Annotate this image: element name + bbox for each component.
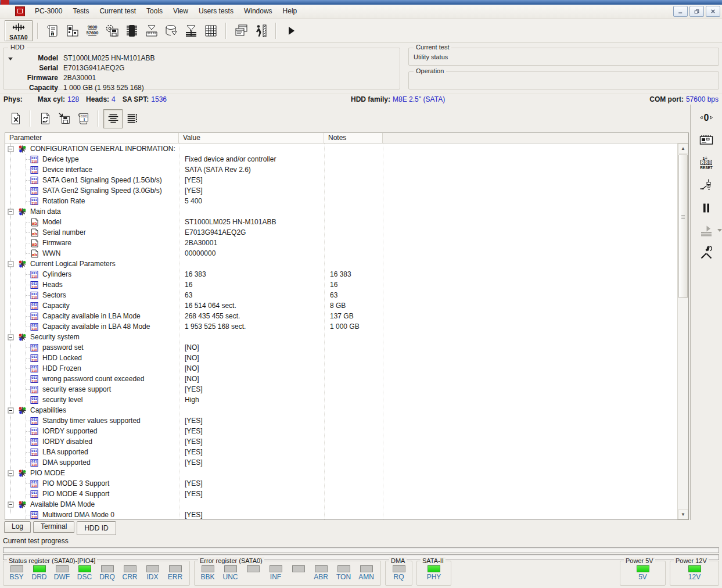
minimize-button[interactable] [673,6,688,17]
tree-item-row[interactable]: 011110SATA Gen1 Signaling Speed (1.5Gb/s… [5,175,688,185]
clear-document-button[interactable] [6,109,25,128]
tree-item-row[interactable]: 011110wrong password count exceeded[NO] [5,374,688,384]
tree-item-row[interactable]: 011110Cylinders16 38316 383 [5,269,688,279]
windows-copy-button[interactable] [231,21,251,41]
scrollbar-track[interactable] [678,153,688,510]
led-label: PHY [427,573,441,581]
database-button[interactable] [161,21,181,41]
tree-item-row[interactable]: 011110Multiword DMA Mode 0[YES] [5,510,688,519]
menu-bar: PC-3000TestsCurrent testToolsViewUsers t… [0,5,722,19]
utility-log-button[interactable]: i [43,21,63,41]
numeric-param-icon: 011110 [30,427,39,436]
sata0-port-button[interactable]: SATA0 [5,20,33,41]
refresh-document-button[interactable] [35,109,55,128]
save-data-button[interactable] [55,109,74,128]
column-header-value[interactable]: Value [179,133,324,143]
column-header-notes[interactable]: Notes [324,133,383,143]
script-info-button[interactable]: 0101i [74,109,93,128]
category-icon [18,333,27,342]
tree-item-row[interactable]: abSerial numberE7013G941AEQ2G [5,227,688,238]
vertical-scrollbar[interactable]: ▲ ▼ [677,144,688,519]
column-header-parameter[interactable]: Parameter [5,133,179,143]
scrollbar-up-button[interactable]: ▲ [678,144,688,153]
tree-item-row[interactable]: 011110Capacity16 514 064 sect.8 GB [5,300,688,311]
expand-toggle-icon[interactable] [8,334,14,340]
tree-item-row[interactable]: 011110HDD Locked[NO] [5,353,688,363]
expand-toggle-icon[interactable] [8,209,14,215]
chip-button[interactable] [122,21,142,41]
baud-rate-icon: 960057600 [85,23,100,38]
tree-section-row[interactable]: Available DMA Mode [5,499,688,510]
tree-item-row[interactable]: 011110PIO MODE 3 Support[YES] [5,478,688,489]
tree-item-row[interactable]: 011110security levelHigh [5,395,688,405]
pause-button[interactable] [697,200,716,216]
expand-toggle-icon[interactable] [8,407,14,414]
tree-section-row[interactable]: Capabilities [5,405,688,415]
tree-item-row[interactable]: 011110Rotation Rate5 400 [5,196,688,206]
expand-toggle-icon[interactable] [8,261,14,267]
tree-section-row[interactable]: Main data [5,206,688,217]
menu-item-help[interactable]: Help [278,5,303,17]
tree-section-row[interactable]: Security system [5,332,688,342]
pcb-card-button[interactable] [697,132,716,148]
tree-item-row[interactable]: 011110PIO MODE 4 Support[YES] [5,489,688,499]
tree-item-row[interactable]: abModelST1000LM025 HN-M101ABB [5,217,688,227]
tab-hdd-id[interactable]: HDD ID [77,521,116,535]
exit-person-button[interactable] [251,21,271,41]
tree-item-row[interactable]: 011110HDD Frozen[NO] [5,363,688,374]
menu-item-tests[interactable]: Tests [67,5,94,17]
menu-item-view[interactable]: View [168,5,193,17]
run-arrow-button[interactable] [281,21,301,41]
menu-item-windows[interactable]: Windows [239,5,278,17]
tree-item-row[interactable]: 011110Device typeFixed device and/or con… [5,154,688,164]
tree-item-row[interactable]: 011110LBA supported[YES] [5,447,688,457]
tree-item-row[interactable]: 011110IORDY disabled[YES] [5,436,688,447]
dropdown-caret-icon[interactable] [717,229,722,232]
menu-item-tools[interactable]: Tools [141,5,168,17]
tree-section-row[interactable]: PIO MODE [5,468,688,478]
tree-item-row[interactable]: 011110Capacity available in LBA 48 Mode1… [5,321,688,332]
menu-item-pc-3000[interactable]: PC-3000 [30,5,67,17]
settings-save-button[interactable] [102,21,122,41]
hdd-select-caret-icon[interactable] [8,58,13,60]
tree-item-row[interactable]: abWWN00000000 [5,248,688,259]
expand-toggle-icon[interactable] [8,146,14,152]
scrollbar-thumb[interactable] [678,155,688,298]
grid-table-button[interactable] [201,21,221,41]
align-justify-button[interactable] [123,109,142,128]
tree-item-row[interactable]: abFirmware2BA30001 [5,238,688,248]
start-utility-button[interactable] [697,223,716,239]
category-icon [18,469,27,478]
restore-button[interactable] [689,6,704,17]
tree-item-row[interactable]: 011110Heads1616 [5,279,688,290]
tab-log[interactable]: Log [4,521,31,533]
close-button[interactable] [706,6,720,17]
tree-section-row[interactable]: Current Logical Parameters [5,259,688,269]
tree-item-row[interactable]: 011110Sectors6363 [5,290,688,300]
tools-button[interactable] [697,245,716,261]
seek-zero-button[interactable]: 0 [697,109,716,126]
tree-item-row[interactable]: 011110security erase support[YES] [5,384,688,395]
test-ruler-button[interactable] [142,21,161,41]
filter-button[interactable] [181,21,201,41]
align-center-button[interactable] [103,109,123,128]
tree-section-row[interactable]: CONFIGURATION GENERAL INFORMATION: [5,144,688,154]
tree-item-row[interactable]: 011110SATA Gen2 Signaling Speed (3.0Gb/s… [5,185,688,196]
menu-item-current-test[interactable]: Current test [94,5,141,17]
tree-item-row[interactable]: 011110Capacity available in LBA Mode268 … [5,311,688,321]
board-test-button[interactable] [63,21,82,41]
reset-button[interactable]: 1000RESET [697,155,716,171]
led-item: ABR [310,565,332,581]
tree-item-row[interactable]: 011110Device interfaceSATA (SATA Rev 2.6… [5,164,688,175]
power-connect-button[interactable] [697,177,716,193]
scrollbar-down-button[interactable]: ▼ [678,510,688,519]
expand-toggle-icon[interactable] [8,501,14,508]
menu-item-users-tests[interactable]: Users tests [193,5,239,17]
tree-item-row[interactable]: 011110DMA supported[YES] [5,457,688,468]
tree-item-row[interactable]: 011110Standby timer values supported[YES… [5,415,688,426]
baud-rate-button[interactable]: 960057600 [82,21,102,41]
expand-toggle-icon[interactable] [8,470,14,476]
tab-terminal[interactable]: Terminal [33,521,74,533]
tree-item-row[interactable]: 011110password set[NO] [5,342,688,353]
tree-item-row[interactable]: 011110IORDY supported[YES] [5,426,688,436]
